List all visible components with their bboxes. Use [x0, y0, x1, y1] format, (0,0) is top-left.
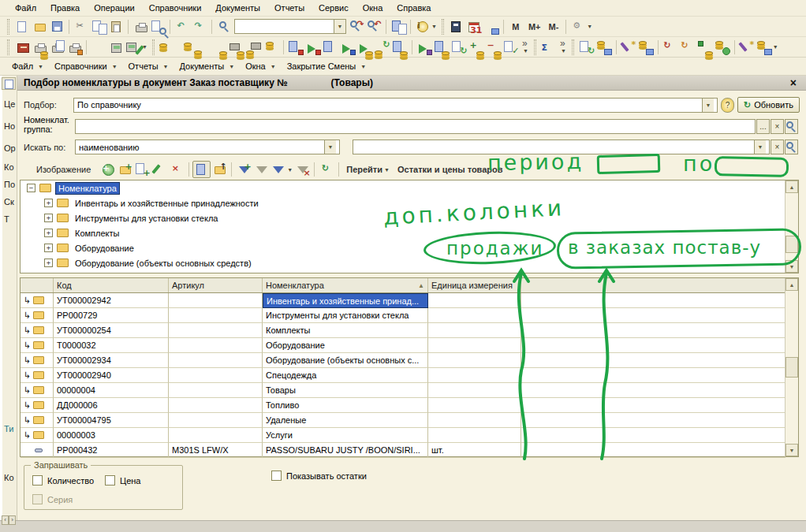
menu2-Отчеты[interactable]: Отчеты▼: [123, 60, 174, 73]
chevron-down-icon[interactable]: ▼: [324, 140, 336, 154]
cell-filler[interactable]: [521, 368, 785, 383]
customer-payment-icon[interactable]: [159, 39, 176, 56]
table-row[interactable]: ↳РР000729Инструменты для установки стекл…: [21, 308, 785, 323]
search-by-combobox[interactable]: наименованию ▼: [75, 140, 340, 154]
cell-filler[interactable]: [521, 353, 785, 368]
quick-search-input[interactable]: ▼: [234, 19, 346, 34]
scroll-up-icon[interactable]: ▲: [785, 180, 798, 193]
group-field[interactable]: [75, 119, 756, 134]
supplier-payment-icon[interactable]: [176, 39, 193, 56]
report-money-icon[interactable]: [391, 39, 409, 56]
service-wrench-icon[interactable]: ⚙▼: [569, 18, 593, 35]
menu-Справка[interactable]: Справка: [390, 2, 438, 14]
scroll-down-icon[interactable]: ▼: [785, 260, 798, 273]
clear-button[interactable]: ×: [771, 119, 784, 134]
expand-icon[interactable]: +: [44, 244, 53, 252]
cell-unit[interactable]: шт.: [428, 443, 521, 458]
cell-name[interactable]: Удаленые: [263, 413, 428, 428]
menu2-Справочники[interactable]: Справочники▼: [49, 60, 123, 73]
incoming-arrow-icon[interactable]: [304, 39, 322, 56]
cell-article[interactable]: M301S LFW/X: [169, 443, 263, 458]
filter-set-icon[interactable]: +: [235, 161, 252, 178]
search-input[interactable]: ▼: [353, 140, 770, 154]
cell-article[interactable]: [169, 338, 263, 353]
exchange-out-icon[interactable]: ↻: [662, 39, 679, 56]
tree-item[interactable]: +Оборудование (объекты основных средств): [21, 255, 798, 270]
cash-drawer-icon[interactable]: [13, 39, 31, 56]
cell-name[interactable]: Оборудование: [263, 338, 428, 353]
table-row[interactable]: ↳00000004Товары: [21, 383, 785, 398]
expand-icon[interactable]: +: [44, 259, 53, 267]
menu-Окна[interactable]: Окна: [356, 2, 390, 14]
cell-code[interactable]: РР000432: [54, 443, 169, 458]
assistant-wand-icon[interactable]: *: [620, 39, 637, 56]
plan-doc-icon[interactable]: [416, 39, 433, 56]
exchange-in-icon[interactable]: ↻: [679, 39, 696, 56]
scrollbar-thumb[interactable]: [785, 357, 798, 378]
cell-filler[interactable]: [521, 323, 785, 338]
column-header-Номенклатура[interactable]: Номенклатура▲: [263, 278, 428, 292]
coins-icon[interactable]: [263, 39, 280, 56]
memory-plus-button[interactable]: М+: [524, 18, 545, 35]
cell-unit[interactable]: [428, 398, 521, 413]
menu-Сервис[interactable]: Сервис: [312, 2, 356, 14]
stock-prices-button[interactable]: Остатки и цены товаров: [394, 161, 507, 178]
column-header-empty[interactable]: [521, 278, 785, 292]
dialog-titlebar[interactable]: Подбор номенклатуры в документ Заказ пос…: [17, 76, 806, 91]
more-buttons-chevron[interactable]: »▼: [520, 40, 530, 54]
table-row[interactable]: ↳00000003Услуги: [21, 428, 785, 443]
cell-article[interactable]: [169, 383, 263, 398]
menu2-Файл[interactable]: Файл▼: [6, 60, 49, 73]
bank-money-icon[interactable]: [245, 39, 263, 56]
cell-name[interactable]: Спецодежда: [263, 368, 428, 383]
menu-Документы[interactable]: Документы: [208, 2, 267, 14]
price-checkbox[interactable]: Цена: [105, 475, 140, 485]
filter-value-icon[interactable]: ▼: [270, 161, 293, 178]
copy-item-icon[interactable]: +: [133, 161, 151, 178]
paste-icon[interactable]: [107, 18, 125, 35]
background-document-icon[interactable]: [2, 77, 16, 90]
cell-article[interactable]: [169, 323, 263, 338]
quantity-checkbox[interactable]: Количество: [32, 475, 94, 485]
incoming-doc-icon[interactable]: [287, 39, 304, 56]
delete-icon[interactable]: ×: [168, 161, 185, 178]
close-icon[interactable]: ×: [787, 76, 800, 89]
payroll-icon[interactable]: Σ: [540, 39, 558, 56]
save-icon[interactable]: [48, 18, 65, 35]
cell-name[interactable]: Инвентарь и хозяйственные принад...: [263, 293, 428, 308]
cell-unit[interactable]: [428, 293, 521, 308]
cell-unit[interactable]: [428, 308, 521, 323]
table-row[interactable]: ↳УТ000002942Инвентарь и хозяйственные пр…: [21, 293, 785, 308]
cell-code[interactable]: УТ000002940: [54, 368, 169, 383]
cell-code[interactable]: УТ000000254: [54, 323, 169, 338]
tree-item[interactable]: +Комплекты: [21, 225, 798, 240]
money-settings-icon[interactable]: ▼: [756, 39, 779, 56]
move-to-group-icon[interactable]: ↑: [211, 161, 228, 178]
cell-name[interactable]: Услуги: [263, 428, 428, 443]
tree-item[interactable]: +Инструменты для установки стекла: [21, 210, 798, 225]
edit-icon[interactable]: [151, 161, 168, 178]
tree-item[interactable]: +Инвентарь и хозяйственные принадлежност…: [21, 195, 798, 210]
cell-article[interactable]: [169, 308, 263, 323]
cell-code[interactable]: 00000004: [54, 383, 169, 398]
add-group-icon[interactable]: +: [116, 161, 133, 178]
add-money-icon[interactable]: +: [468, 39, 485, 56]
help-button[interactable]: ?: [721, 98, 734, 113]
print-preview-icon[interactable]: [149, 18, 166, 35]
calculator-icon[interactable]: [448, 18, 465, 35]
open-magnifier-button[interactable]: [785, 119, 798, 134]
price-hammer-icon[interactable]: [696, 39, 714, 56]
goto-button[interactable]: Перейти▼: [342, 161, 394, 178]
label-printer-icon[interactable]: [65, 39, 83, 56]
find-next-icon[interactable]: ↷: [348, 18, 365, 35]
menu-Отчеты[interactable]: Отчеты: [267, 2, 312, 14]
cell-name[interactable]: Топливо: [263, 398, 428, 413]
cell-name[interactable]: Комплекты: [263, 323, 428, 338]
cell-article[interactable]: [169, 368, 263, 383]
cell-name[interactable]: Оборудование (объекты основных с...: [263, 353, 428, 368]
cell-unit[interactable]: [428, 413, 521, 428]
retail-payment-icon[interactable]: [193, 39, 211, 56]
memory-minus-button[interactable]: М-: [545, 18, 563, 35]
cash-register-icon[interactable]: [107, 39, 125, 56]
doc-refresh-icon[interactable]: ↻: [578, 39, 595, 56]
